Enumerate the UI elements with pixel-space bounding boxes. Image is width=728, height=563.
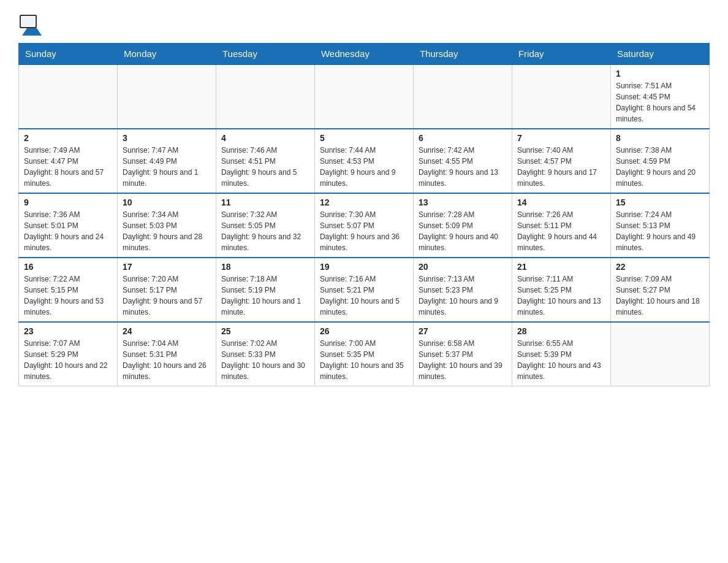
- calendar-cell: [413, 64, 512, 129]
- day-info: Sunrise: 7:20 AMSunset: 5:17 PMDaylight:…: [123, 274, 211, 318]
- week-row-1: 1Sunrise: 7:51 AMSunset: 4:45 PMDaylight…: [19, 64, 710, 129]
- calendar-cell: 16Sunrise: 7:22 AMSunset: 5:15 PMDayligh…: [19, 258, 118, 322]
- weekday-header-tuesday: Tuesday: [216, 44, 314, 65]
- day-info: Sunrise: 7:47 AMSunset: 4:49 PMDaylight:…: [123, 145, 211, 189]
- day-number: 4: [221, 133, 309, 143]
- day-info: Sunrise: 7:13 AMSunset: 5:23 PMDaylight:…: [419, 274, 507, 318]
- day-number: 23: [24, 326, 112, 336]
- calendar-cell: 15Sunrise: 7:24 AMSunset: 5:13 PMDayligh…: [610, 193, 709, 258]
- calendar-cell: 20Sunrise: 7:13 AMSunset: 5:23 PMDayligh…: [413, 258, 512, 322]
- calendar-cell: 25Sunrise: 7:02 AMSunset: 5:33 PMDayligh…: [216, 322, 314, 386]
- day-info: Sunrise: 7:34 AMSunset: 5:03 PMDaylight:…: [123, 209, 211, 253]
- logo-icon: [18, 12, 43, 37]
- day-number: 19: [320, 262, 408, 272]
- day-info: Sunrise: 6:58 AMSunset: 5:37 PMDaylight:…: [419, 338, 507, 382]
- weekday-header-friday: Friday: [512, 44, 610, 65]
- day-number: 20: [419, 262, 507, 272]
- calendar-cell: 5Sunrise: 7:44 AMSunset: 4:53 PMDaylight…: [314, 129, 413, 193]
- calendar-cell: 2Sunrise: 7:49 AMSunset: 4:47 PMDaylight…: [19, 129, 118, 193]
- calendar-cell: 22Sunrise: 7:09 AMSunset: 5:27 PMDayligh…: [610, 258, 709, 322]
- calendar-cell: 8Sunrise: 7:38 AMSunset: 4:59 PMDaylight…: [610, 129, 709, 193]
- calendar-cell: [117, 64, 216, 129]
- day-number: 2: [24, 133, 112, 143]
- calendar-cell: 24Sunrise: 7:04 AMSunset: 5:31 PMDayligh…: [117, 322, 216, 386]
- day-number: 16: [24, 262, 112, 272]
- day-info: Sunrise: 7:36 AMSunset: 5:01 PMDaylight:…: [24, 209, 112, 253]
- day-number: 7: [517, 133, 605, 143]
- day-number: 15: [616, 197, 704, 207]
- calendar-cell: 4Sunrise: 7:46 AMSunset: 4:51 PMDaylight…: [216, 129, 314, 193]
- calendar-cell: [216, 64, 314, 129]
- calendar-cell: 11Sunrise: 7:32 AMSunset: 5:05 PMDayligh…: [216, 193, 314, 258]
- day-number: 10: [123, 197, 211, 207]
- day-number: 28: [517, 326, 605, 336]
- day-number: 6: [419, 133, 507, 143]
- page-header: [18, 12, 710, 37]
- day-info: Sunrise: 7:46 AMSunset: 4:51 PMDaylight:…: [221, 145, 309, 189]
- day-number: 13: [419, 197, 507, 207]
- day-info: Sunrise: 7:26 AMSunset: 5:11 PMDaylight:…: [517, 209, 605, 253]
- calendar-cell: 17Sunrise: 7:20 AMSunset: 5:17 PMDayligh…: [117, 258, 216, 322]
- day-number: 18: [221, 262, 309, 272]
- weekday-header-wednesday: Wednesday: [314, 44, 413, 65]
- weekday-header-thursday: Thursday: [413, 44, 512, 65]
- day-info: Sunrise: 7:40 AMSunset: 4:57 PMDaylight:…: [517, 145, 605, 189]
- calendar-cell: [19, 64, 118, 129]
- day-info: Sunrise: 7:11 AMSunset: 5:25 PMDaylight:…: [517, 274, 605, 318]
- day-number: 12: [320, 197, 408, 207]
- day-info: Sunrise: 7:24 AMSunset: 5:13 PMDaylight:…: [616, 209, 704, 253]
- day-info: Sunrise: 7:38 AMSunset: 4:59 PMDaylight:…: [616, 145, 704, 189]
- day-info: Sunrise: 7:30 AMSunset: 5:07 PMDaylight:…: [320, 209, 408, 253]
- day-info: Sunrise: 7:09 AMSunset: 5:27 PMDaylight:…: [616, 274, 704, 318]
- calendar-cell: 23Sunrise: 7:07 AMSunset: 5:29 PMDayligh…: [19, 322, 118, 386]
- calendar-cell: 10Sunrise: 7:34 AMSunset: 5:03 PMDayligh…: [117, 193, 216, 258]
- calendar-cell: [512, 64, 610, 129]
- day-info: Sunrise: 7:22 AMSunset: 5:15 PMDaylight:…: [24, 274, 112, 318]
- day-info: Sunrise: 7:07 AMSunset: 5:29 PMDaylight:…: [24, 338, 112, 382]
- day-number: 22: [616, 262, 704, 272]
- day-info: Sunrise: 7:42 AMSunset: 4:55 PMDaylight:…: [419, 145, 507, 189]
- day-number: 11: [221, 197, 309, 207]
- calendar-cell: 7Sunrise: 7:40 AMSunset: 4:57 PMDaylight…: [512, 129, 610, 193]
- day-info: Sunrise: 7:04 AMSunset: 5:31 PMDaylight:…: [123, 338, 211, 382]
- week-row-5: 23Sunrise: 7:07 AMSunset: 5:29 PMDayligh…: [19, 322, 710, 386]
- calendar-cell: [314, 64, 413, 129]
- calendar-cell: 18Sunrise: 7:18 AMSunset: 5:19 PMDayligh…: [216, 258, 314, 322]
- calendar-cell: 19Sunrise: 7:16 AMSunset: 5:21 PMDayligh…: [314, 258, 413, 322]
- calendar-cell: 6Sunrise: 7:42 AMSunset: 4:55 PMDaylight…: [413, 129, 512, 193]
- calendar-cell: 12Sunrise: 7:30 AMSunset: 5:07 PMDayligh…: [314, 193, 413, 258]
- calendar-cell: 26Sunrise: 7:00 AMSunset: 5:35 PMDayligh…: [314, 322, 413, 386]
- day-number: 9: [24, 197, 112, 207]
- day-number: 26: [320, 326, 408, 336]
- weekday-header-monday: Monday: [117, 44, 216, 65]
- svg-rect-3: [22, 17, 34, 26]
- calendar-cell: 3Sunrise: 7:47 AMSunset: 4:49 PMDaylight…: [117, 129, 216, 193]
- week-row-3: 9Sunrise: 7:36 AMSunset: 5:01 PMDaylight…: [19, 193, 710, 258]
- day-number: 14: [517, 197, 605, 207]
- calendar-cell: 27Sunrise: 6:58 AMSunset: 5:37 PMDayligh…: [413, 322, 512, 386]
- day-info: Sunrise: 7:32 AMSunset: 5:05 PMDaylight:…: [221, 209, 309, 253]
- day-info: Sunrise: 7:28 AMSunset: 5:09 PMDaylight:…: [419, 209, 507, 253]
- calendar-cell: 9Sunrise: 7:36 AMSunset: 5:01 PMDaylight…: [19, 193, 118, 258]
- week-row-2: 2Sunrise: 7:49 AMSunset: 4:47 PMDaylight…: [19, 129, 710, 193]
- day-number: 24: [123, 326, 211, 336]
- weekday-header-saturday: Saturday: [610, 44, 709, 65]
- day-info: Sunrise: 7:16 AMSunset: 5:21 PMDaylight:…: [320, 274, 408, 318]
- day-number: 21: [517, 262, 605, 272]
- svg-marker-1: [22, 28, 42, 36]
- day-info: Sunrise: 7:49 AMSunset: 4:47 PMDaylight:…: [24, 145, 112, 189]
- day-number: 17: [123, 262, 211, 272]
- calendar-cell: 21Sunrise: 7:11 AMSunset: 5:25 PMDayligh…: [512, 258, 610, 322]
- logo: [18, 12, 45, 37]
- day-number: 5: [320, 133, 408, 143]
- day-info: Sunrise: 6:55 AMSunset: 5:39 PMDaylight:…: [517, 338, 605, 382]
- day-number: 27: [419, 326, 507, 336]
- day-number: 1: [616, 69, 704, 79]
- day-info: Sunrise: 7:18 AMSunset: 5:19 PMDaylight:…: [221, 274, 309, 318]
- weekday-header-sunday: Sunday: [19, 44, 118, 65]
- calendar: SundayMondayTuesdayWednesdayThursdayFrid…: [18, 43, 710, 386]
- day-number: 25: [221, 326, 309, 336]
- calendar-cell: 14Sunrise: 7:26 AMSunset: 5:11 PMDayligh…: [512, 193, 610, 258]
- calendar-cell: 1Sunrise: 7:51 AMSunset: 4:45 PMDaylight…: [610, 64, 709, 129]
- calendar-cell: 28Sunrise: 6:55 AMSunset: 5:39 PMDayligh…: [512, 322, 610, 386]
